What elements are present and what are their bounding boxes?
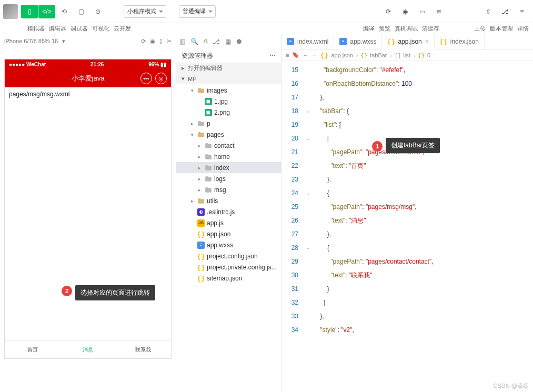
tree-item-sitemap.json[interactable]: { }sitemap.json (176, 273, 281, 284)
file-tree: ▾images ▣1.jpg ▣2.png ▸p ▾pages ▸contact… (176, 84, 281, 285)
editor-toggle[interactable]: </> (38, 5, 55, 18)
bookmark-icon[interactable]: 🔖 (292, 52, 299, 58)
simulator-toggle[interactable]: ▯ (21, 5, 38, 18)
annotation-badge-1: 1 (372, 141, 383, 152)
explorer-actions: ▥ 🔍 ⎙ ⎇ ▦ ⬢ (176, 34, 281, 49)
tree-item-pages[interactable]: ▾pages (176, 129, 281, 140)
nav-bar: 小李爱java ••• ◎ (5, 69, 171, 87)
breadcrumb: ≡ 🔖 ← → { }app.json› { }tabBar› [ ]list›… (281, 49, 533, 61)
tab-home[interactable]: 首页 (5, 341, 60, 358)
code-editor[interactable]: 1516171819202122232425262728293031323334… (281, 61, 533, 392)
top-toolbar: ▯ </> ⟲ ▢ ⊙ 小程序模式 普通编译 ⟳ ◉ ▭ ≋ ⇧ ⎇ ≡ (0, 0, 533, 23)
phone-frame: ●●●●● WeChat 21:26 96% ▮▮ 小李爱java ••• ◎ … (4, 59, 172, 359)
avatar[interactable] (3, 4, 18, 19)
compile-select[interactable]: 普通编译 (179, 5, 216, 18)
tree-item-contact[interactable]: ▸contact (176, 140, 281, 151)
device-label[interactable]: iPhone 6/7/8 85% 16 (4, 38, 58, 44)
visualize-toggle[interactable]: ▢ (73, 5, 89, 18)
annotation-tip-1: 创建tabBar页签 (386, 138, 440, 153)
simulator-panel: iPhone 6/7/8 85% 16▾ ⟳ ◉ ▯ ✂ ●●●●● WeCha… (0, 34, 176, 392)
toolbar-labels: 模拟器编辑器 调试器可视化 云开发 编译预览 真机调试清缓存 上传版本管理详情 (0, 23, 533, 34)
open-editors-section[interactable]: ▸打开的编辑器 (176, 63, 281, 74)
tree-item-project.private.config.js...[interactable]: { }project.private.config.js... (176, 262, 281, 273)
tree-item-index[interactable]: ▸index (176, 162, 281, 173)
clear-cache-button[interactable]: ≋ (431, 5, 447, 18)
tab-index.wxml[interactable]: ≡index.wxml (281, 34, 334, 49)
tree-item-app.json[interactable]: { }app.json (176, 228, 281, 239)
tab-app.json[interactable]: { }app.json× (382, 34, 434, 49)
list-icon[interactable]: ≡ (286, 52, 289, 58)
tree-item-.eslintrc.js[interactable]: ◐.eslintrc.js (176, 206, 281, 217)
tree-item-home[interactable]: ▸home (176, 151, 281, 162)
editor-tabs: ≡index.wxml ≡app.wxss { }app.json× { }in… (281, 34, 533, 49)
menu-icon[interactable]: ••• (140, 73, 152, 84)
annotation-badge-2: 2 (62, 286, 72, 296)
details-button[interactable]: ≡ (514, 5, 530, 18)
tab-app.wxss[interactable]: ≡app.wxss (334, 34, 382, 49)
tablet-icon[interactable]: ▯ (159, 38, 163, 45)
target-icon[interactable]: ◎ (155, 73, 167, 84)
tab-msg[interactable]: 消息 (60, 341, 115, 358)
compile-button[interactable]: ⟳ (380, 5, 396, 18)
tree-item-app.wxss[interactable]: ≡app.wxss (176, 239, 281, 250)
upload-button[interactable]: ⇧ (480, 5, 496, 18)
tree-item-msg[interactable]: ▸msg (176, 184, 281, 195)
preview-button[interactable]: ◉ (397, 5, 413, 18)
tree-item-2.png[interactable]: ▣2.png (176, 107, 281, 118)
version-button[interactable]: ⎇ (497, 5, 513, 18)
explorer-title: 资源管理器 (182, 52, 213, 61)
watermark: CSDN @流殇 (494, 382, 529, 390)
files-icon[interactable]: ▥ (179, 38, 185, 45)
tab-contact[interactable]: 联系我 (116, 341, 171, 358)
search-icon[interactable]: 🔍 (190, 38, 198, 45)
tab-bar: 首页 消息 联系我 (5, 340, 171, 358)
record-icon[interactable]: ◉ (150, 38, 155, 45)
cloud-toggle[interactable]: ⊙ (90, 5, 106, 18)
tree-item-1.jpg[interactable]: ▣1.jpg (176, 96, 281, 107)
tab-index.json[interactable]: { }index.json (435, 34, 485, 49)
annotation-tip-2: 选择对应的页面进行跳转 (75, 285, 155, 300)
tree-item-images[interactable]: ▾images (176, 85, 281, 96)
editor-panel: ≡index.wxml ≡app.wxss { }app.json× { }in… (281, 34, 533, 392)
tree-item-logs[interactable]: ▸logs (176, 173, 281, 184)
project-section[interactable]: ▾MP (176, 74, 281, 84)
branch-icon[interactable]: ⎙ (204, 38, 207, 45)
git-icon[interactable]: ⎇ (213, 38, 220, 45)
fwd-icon[interactable]: → (311, 52, 317, 58)
device-debug-button[interactable]: ▭ (414, 5, 430, 18)
status-bar: ●●●●● WeChat 21:26 96% ▮▮ (5, 59, 171, 69)
back-icon[interactable]: ← (303, 52, 308, 58)
tree-item-app.js[interactable]: JSapp.js (176, 217, 281, 228)
mode-select[interactable]: 小程序模式 (124, 5, 166, 18)
refresh-icon[interactable]: ⟳ (141, 38, 146, 45)
tree-item-utils[interactable]: ▸utils (176, 195, 281, 206)
tree-item-project.config.json[interactable]: { }project.config.json (176, 250, 281, 262)
page-title: 小李爱java (72, 74, 105, 83)
more-icon[interactable]: ⋯ (269, 52, 276, 61)
cut-icon[interactable]: ✂ (167, 38, 172, 45)
debugger-toggle[interactable]: ⟲ (56, 5, 72, 18)
tree-item-p[interactable]: ▸p (176, 118, 281, 129)
close-icon[interactable]: × (425, 38, 429, 45)
page-content: pages/msg/msg.wxml (5, 87, 171, 340)
bug-icon[interactable]: ⬢ (236, 38, 242, 45)
grid-icon[interactable]: ▦ (225, 38, 231, 45)
explorer-panel: ▥ 🔍 ⎙ ⎇ ▦ ⬢ 资源管理器⋯ ▸打开的编辑器 ▾MP ▾images ▣… (176, 34, 281, 392)
